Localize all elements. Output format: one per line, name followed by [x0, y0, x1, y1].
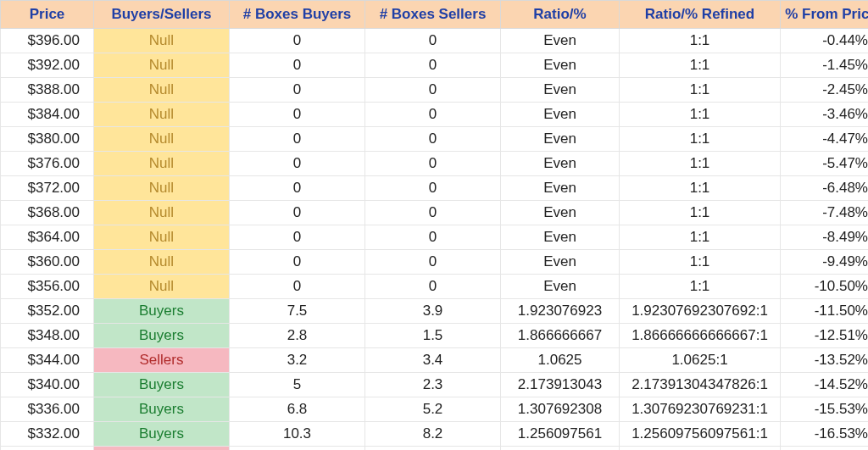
table-row: $380.00Null00Even1:1-4.47%	[1, 127, 869, 152]
table-row: $356.00Null00Even1:1-10.50%	[1, 275, 869, 299]
cell-boxes-sellers: 0	[365, 225, 501, 250]
cell-ratio-refined: 1.30769230769231:1	[620, 397, 781, 422]
cell-boxes-sellers: 8.2	[365, 422, 501, 447]
cell-price: $364.00	[1, 225, 94, 250]
table-row: $328.00Sellers10.4111.0576923081.0576923…	[1, 447, 869, 451]
cell-ratio: Even	[501, 225, 620, 250]
cell-boxes-buyers: 0	[230, 152, 365, 176]
cell-boxes-sellers: 0	[365, 103, 501, 127]
cell-pct-from-price: -7.48%	[781, 201, 869, 225]
cell-ratio-refined: 1:1	[620, 103, 781, 127]
cell-boxes-buyers: 0	[230, 201, 365, 225]
cell-ratio: 1.057692308	[501, 447, 620, 451]
cell-buyers-sellers: Null	[94, 53, 230, 78]
cell-boxes-sellers: 3.9	[365, 299, 501, 324]
header-ratio-refined: Ratio/% Refined	[620, 1, 781, 29]
table-row: $388.00Null00Even1:1-2.45%	[1, 78, 869, 103]
header-boxes-sellers: # Boxes Sellers	[365, 1, 501, 29]
cell-pct-from-price: -8.49%	[781, 225, 869, 250]
cell-pct-from-price: -12.51%	[781, 324, 869, 348]
cell-pct-from-price: -4.47%	[781, 127, 869, 152]
cell-boxes-sellers: 0	[365, 201, 501, 225]
cell-ratio: 1.923076923	[501, 299, 620, 324]
table-row: $368.00Null00Even1:1-7.48%	[1, 201, 869, 225]
cell-boxes-buyers: 7.5	[230, 299, 365, 324]
cell-pct-from-price: -10.50%	[781, 275, 869, 299]
cell-price: $336.00	[1, 397, 94, 422]
cell-price: $348.00	[1, 324, 94, 348]
cell-boxes-sellers: 0	[365, 152, 501, 176]
cell-ratio-refined: 2.17391304347826:1	[620, 373, 781, 397]
cell-buyers-sellers: Null	[94, 225, 230, 250]
cell-pct-from-price: -1.45%	[781, 53, 869, 78]
cell-boxes-buyers: 0	[230, 275, 365, 299]
cell-boxes-buyers: 0	[230, 103, 365, 127]
cell-buyers-sellers: Buyers	[94, 422, 230, 447]
cell-pct-from-price: -0.44%	[781, 29, 869, 53]
cell-ratio: Even	[501, 201, 620, 225]
cell-ratio-refined: 1:1	[620, 275, 781, 299]
cell-buyers-sellers: Sellers	[94, 348, 230, 373]
table-row: $348.00Buyers2.81.51.8666666671.86666666…	[1, 324, 869, 348]
table-row: $332.00Buyers10.38.21.2560975611.2560975…	[1, 422, 869, 447]
cell-ratio: Even	[501, 78, 620, 103]
cell-ratio: 1.307692308	[501, 397, 620, 422]
table-row: $396.00Null00Even1:1-0.44%	[1, 29, 869, 53]
cell-ratio: Even	[501, 176, 620, 201]
cell-ratio-refined: 1:1	[620, 29, 781, 53]
cell-boxes-sellers: 0	[365, 176, 501, 201]
cell-ratio-refined: 1:1	[620, 127, 781, 152]
cell-boxes-buyers: 10.4	[230, 447, 365, 451]
cell-ratio: 1.0625	[501, 348, 620, 373]
cell-boxes-buyers: 0	[230, 250, 365, 275]
cell-ratio-refined: 1.25609756097561:1	[620, 422, 781, 447]
header-boxes-buyers: # Boxes Buyers	[230, 1, 365, 29]
cell-ratio: Even	[501, 275, 620, 299]
cell-boxes-sellers: 0	[365, 53, 501, 78]
table-row: $360.00Null00Even1:1-9.49%	[1, 250, 869, 275]
cell-buyers-sellers: Null	[94, 275, 230, 299]
cell-price: $344.00	[1, 348, 94, 373]
cell-pct-from-price: -16.53%	[781, 422, 869, 447]
cell-ratio-refined: 1:1	[620, 152, 781, 176]
header-pct-from-price: % From Price	[781, 1, 869, 29]
cell-boxes-sellers: 0	[365, 29, 501, 53]
cell-boxes-buyers: 3.2	[230, 348, 365, 373]
cell-boxes-buyers: 5	[230, 373, 365, 397]
cell-price: $396.00	[1, 29, 94, 53]
cell-boxes-buyers: 0	[230, 225, 365, 250]
cell-boxes-sellers: 1.5	[365, 324, 501, 348]
cell-buyers-sellers: Null	[94, 176, 230, 201]
cell-boxes-buyers: 0	[230, 127, 365, 152]
cell-pct-from-price: -9.49%	[781, 250, 869, 275]
cell-price: $340.00	[1, 373, 94, 397]
cell-ratio: Even	[501, 29, 620, 53]
cell-ratio: 2.173913043	[501, 373, 620, 397]
cell-buyers-sellers: Sellers	[94, 447, 230, 451]
cell-boxes-sellers: 2.3	[365, 373, 501, 397]
cell-boxes-sellers: 0	[365, 78, 501, 103]
table-row: $372.00Null00Even1:1-6.48%	[1, 176, 869, 201]
table-row: $384.00Null00Even1:1-3.46%	[1, 103, 869, 127]
cell-boxes-sellers: 5.2	[365, 397, 501, 422]
cell-pct-from-price: -2.45%	[781, 78, 869, 103]
cell-buyers-sellers: Buyers	[94, 299, 230, 324]
cell-buyers-sellers: Null	[94, 78, 230, 103]
cell-price: $384.00	[1, 103, 94, 127]
cell-pct-from-price: -13.52%	[781, 348, 869, 373]
cell-buyers-sellers: Null	[94, 201, 230, 225]
cell-pct-from-price: -5.47%	[781, 152, 869, 176]
cell-price: $376.00	[1, 152, 94, 176]
cell-buyers-sellers: Buyers	[94, 373, 230, 397]
cell-ratio-refined: 1.92307692307692:1	[620, 299, 781, 324]
cell-boxes-buyers: 10.3	[230, 422, 365, 447]
cell-price: $328.00	[1, 447, 94, 451]
table-row: $352.00Buyers7.53.91.9230769231.92307692…	[1, 299, 869, 324]
cell-ratio: Even	[501, 53, 620, 78]
cell-price: $388.00	[1, 78, 94, 103]
header-buyers-sellers: Buyers/Sellers	[94, 1, 230, 29]
header-price: Price	[1, 1, 94, 29]
cell-ratio: Even	[501, 152, 620, 176]
cell-boxes-sellers: 0	[365, 250, 501, 275]
price-ratio-table: Price Buyers/Sellers # Boxes Buyers # Bo…	[0, 0, 868, 450]
